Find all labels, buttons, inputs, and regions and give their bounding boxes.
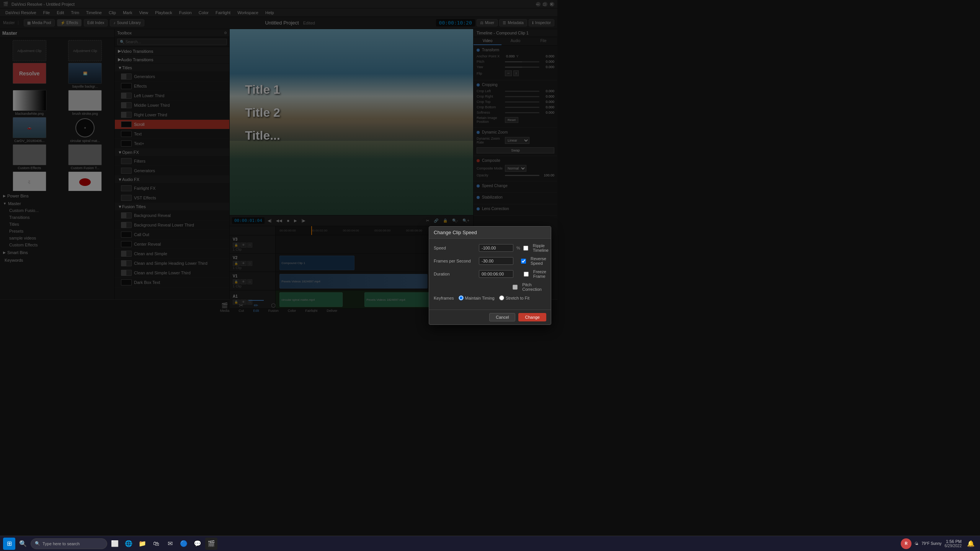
dialog-keyframes-row: Keyframes Maintain Timing Stretch to Fit — [434, 295, 546, 300]
ripple-label: Ripple Timeline — [533, 243, 549, 253]
reverse-checkbox[interactable] — [521, 259, 526, 264]
dialog-footer: Cancel Change — [429, 310, 551, 312]
fps-row: Frames per Second Reverse Speed — [434, 256, 546, 266]
freeze-checkbox[interactable] — [524, 272, 529, 277]
kf-label: Keyframes — [434, 296, 454, 300]
speed-input[interactable] — [479, 244, 513, 252]
ripple-checkbox[interactable] — [523, 246, 528, 251]
fps-input[interactable] — [479, 257, 513, 265]
kf-maintain-radio[interactable] — [459, 295, 464, 300]
kf-stretch[interactable]: Stretch to Fit — [499, 295, 529, 300]
pitch-correction-row: Pitch Correction — [434, 282, 546, 292]
speed-label: Speed — [434, 246, 476, 250]
speed-row: Speed % Ripple Timeline — [434, 243, 546, 253]
pitch-label: Pitch Correction — [522, 282, 546, 292]
kf-maintain-label: Maintain Timing — [465, 296, 495, 300]
kf-maintain[interactable]: Maintain Timing — [459, 295, 495, 300]
dialog-body: Speed % Ripple Timeline Frames per Secon… — [429, 239, 551, 310]
speed-unit: % — [516, 246, 520, 250]
kf-stretch-label: Stretch to Fit — [506, 296, 529, 300]
reverse-label: Reverse Speed — [531, 256, 546, 266]
dialog-overlay: Change Clip Speed Speed % Ripple Timelin… — [0, 0, 557, 312]
fps-label: Frames per Second — [434, 259, 476, 263]
duration-row: Duration Freeze Frame — [434, 269, 546, 279]
freeze-label: Freeze Frame — [533, 269, 546, 279]
change-clip-speed-dialog: Change Clip Speed Speed % Ripple Timelin… — [429, 226, 551, 312]
duration-input[interactable] — [479, 270, 513, 278]
pitch-checkbox[interactable] — [513, 285, 518, 290]
kf-stretch-radio[interactable] — [499, 295, 504, 300]
duration-label: Duration — [434, 272, 476, 276]
dialog-title: Change Clip Speed — [429, 227, 551, 239]
